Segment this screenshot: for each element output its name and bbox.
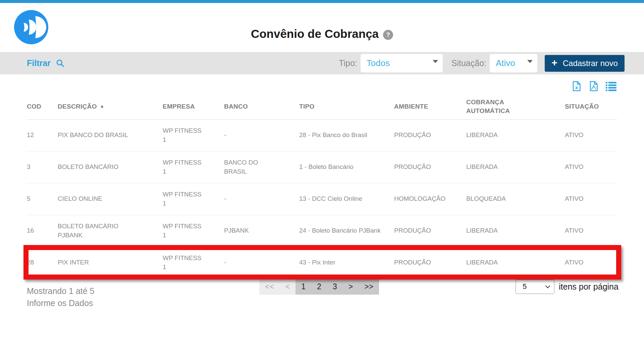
cell-banco: PJBANK: [224, 215, 299, 247]
cell-cod: 12: [27, 119, 58, 151]
page-title: Convênio de Cobrança: [251, 27, 379, 41]
cell-descricao: CIELO ONLINE: [58, 183, 163, 215]
per-page-control: 5 itens por página: [516, 280, 619, 294]
cell-tipo: 1 - Boleto Bancário: [299, 151, 394, 183]
cell-descricao: PIX BANCO DO BRASIL: [58, 119, 163, 151]
pagination-first[interactable]: <<: [259, 279, 280, 295]
cell-empresa: WP FITNESS 1: [163, 183, 224, 215]
items-per-page-select[interactable]: 5: [516, 280, 554, 294]
chevron-down-icon: [545, 283, 550, 288]
pagination-next[interactable]: >: [343, 279, 359, 295]
cell-tipo: 28 - Pix Banco do Brasil: [299, 119, 394, 151]
cell-descricao: BOLETO BANCÁRIO: [58, 151, 163, 183]
cell-situacao: ATIVO: [565, 119, 617, 151]
cell-cobranca: LIBERADA: [466, 215, 565, 247]
cell-empresa: WP FITNESS 1: [163, 247, 224, 279]
list-view-icon[interactable]: [605, 80, 617, 92]
page-footer: Mostrando 1 até 5 Informe os Dados << < …: [0, 279, 644, 326]
cell-ambiente: PRODUÇÃO: [394, 215, 466, 247]
excel-export-icon[interactable]: x: [571, 80, 582, 92]
cell-ambiente: PRODUÇÃO: [394, 119, 466, 151]
cell-cobranca: LIBERADA: [466, 119, 565, 151]
pagination: << < 1 2 3 > >>: [259, 279, 379, 295]
cell-banco: -: [224, 183, 299, 215]
pagination-page-3[interactable]: 3: [327, 279, 343, 295]
table-row[interactable]: 3 BOLETO BANCÁRIO WP FITNESS 1 BANCO DO …: [27, 151, 617, 183]
table-row[interactable]: 16 BOLETO BANCÁRIO PJBANK WP FITNESS 1 P…: [27, 215, 617, 247]
results-summary: Mostrando 1 até 5 Informe os Dados: [27, 285, 95, 309]
top-accent-bar: [0, 0, 644, 3]
cadastrar-novo-label: Cadastrar novo: [563, 59, 618, 68]
cell-descricao: BOLETO BANCÁRIO PJBANK: [58, 215, 163, 247]
pdf-export-icon[interactable]: [588, 80, 599, 92]
cell-ambiente: PRODUÇÃO: [394, 151, 466, 183]
search-icon: [56, 59, 65, 68]
pagination-last[interactable]: >>: [359, 279, 379, 295]
tipo-dropdown[interactable]: Todos: [361, 54, 443, 72]
filtrar-button[interactable]: Filtrar: [27, 58, 65, 68]
svg-text:x: x: [575, 85, 578, 90]
cell-cod: 3: [27, 151, 58, 183]
table-header-row: COD DESCRIÇÃO▲ EMPRESA BANCO TIPO AMBIEN…: [27, 94, 617, 119]
pagination-page-2[interactable]: 2: [311, 279, 327, 295]
items-per-page-label: itens por página: [559, 282, 619, 292]
items-per-page-value: 5: [523, 282, 527, 291]
pagination-page-1[interactable]: 1: [296, 279, 311, 295]
cell-ambiente: PRODUÇÃO: [394, 247, 466, 279]
export-toolbar: x: [27, 80, 617, 93]
cell-banco: -: [224, 247, 299, 279]
cell-cod: 16: [27, 215, 58, 247]
sort-asc-icon: ▲: [100, 104, 104, 109]
cell-cod: 28: [27, 247, 58, 279]
situacao-dropdown-value: Ativo: [496, 58, 515, 68]
column-header-cod[interactable]: COD: [27, 94, 58, 119]
cell-empresa: WP FITNESS 1: [163, 119, 224, 151]
showing-text: Mostrando 1 até 5: [27, 285, 95, 297]
cell-banco: BANCO DO BRASIL: [224, 151, 299, 183]
tipo-dropdown-value: Todos: [367, 58, 390, 68]
info-text: Informe os Dados: [27, 297, 95, 309]
cell-cobranca: LIBERADA: [466, 247, 565, 279]
table-row-highlighted[interactable]: 28 PIX INTER WP FITNESS 1 - 43 - Pix Int…: [27, 247, 617, 279]
cell-situacao: ATIVO: [565, 247, 617, 279]
cell-banco: -: [224, 119, 299, 151]
column-header-cobranca-automatica[interactable]: COBRANÇA AUTOMÁTICA: [466, 94, 565, 119]
page-header: Convênio de Cobrança ?: [0, 3, 644, 52]
cell-empresa: WP FITNESS 1: [163, 215, 224, 247]
column-header-empresa[interactable]: EMPRESA: [163, 94, 224, 119]
column-header-banco[interactable]: BANCO: [224, 94, 299, 119]
cell-cobranca: LIBERADA: [466, 151, 565, 183]
main-content: x COD DESCRIÇÃO▲ EMPRESA BANC: [0, 80, 644, 279]
filtrar-label: Filtrar: [27, 58, 51, 68]
table-row[interactable]: 12 PIX BANCO DO BRASIL WP FITNESS 1 - 28…: [27, 119, 617, 151]
table-row[interactable]: 5 CIELO ONLINE WP FITNESS 1 - 13 - DCC C…: [27, 183, 617, 215]
tipo-label: Tipo:: [339, 58, 357, 68]
column-header-descricao[interactable]: DESCRIÇÃO▲: [58, 94, 163, 119]
cell-situacao: ATIVO: [565, 183, 617, 215]
plus-icon: +: [551, 58, 557, 68]
cadastrar-novo-button[interactable]: + Cadastrar novo: [545, 55, 625, 72]
cell-cod: 5: [27, 183, 58, 215]
chevron-down-icon: [527, 60, 533, 63]
cell-cobranca: BLOQUEADA: [466, 183, 565, 215]
situacao-dropdown[interactable]: Ativo: [490, 54, 537, 72]
cell-situacao: ATIVO: [565, 151, 617, 183]
convenios-table: COD DESCRIÇÃO▲ EMPRESA BANCO TIPO AMBIEN…: [27, 94, 617, 279]
cell-ambiente: HOMOLOGAÇÃO: [394, 183, 466, 215]
situacao-label: Situação:: [451, 58, 486, 68]
cell-empresa: WP FITNESS 1: [163, 151, 224, 183]
cell-tipo: 43 - Pix Inter: [299, 247, 394, 279]
column-header-situacao[interactable]: SITUAÇÃO: [565, 94, 617, 119]
filter-bar: Filtrar Tipo: Todos Situação: Ativo + Ca…: [0, 52, 644, 74]
cell-tipo: 24 - Boleto Bancário PJBank: [299, 215, 394, 247]
cell-descricao: PIX INTER: [58, 247, 163, 279]
help-icon[interactable]: ?: [383, 30, 393, 40]
column-header-tipo[interactable]: TIPO: [299, 94, 394, 119]
cell-tipo: 13 - DCC Cielo Online: [299, 183, 394, 215]
pagination-prev[interactable]: <: [280, 279, 296, 295]
column-header-ambiente[interactable]: AMBIENTE: [394, 94, 466, 119]
chevron-down-icon: [433, 60, 438, 63]
cell-situacao: ATIVO: [565, 215, 617, 247]
